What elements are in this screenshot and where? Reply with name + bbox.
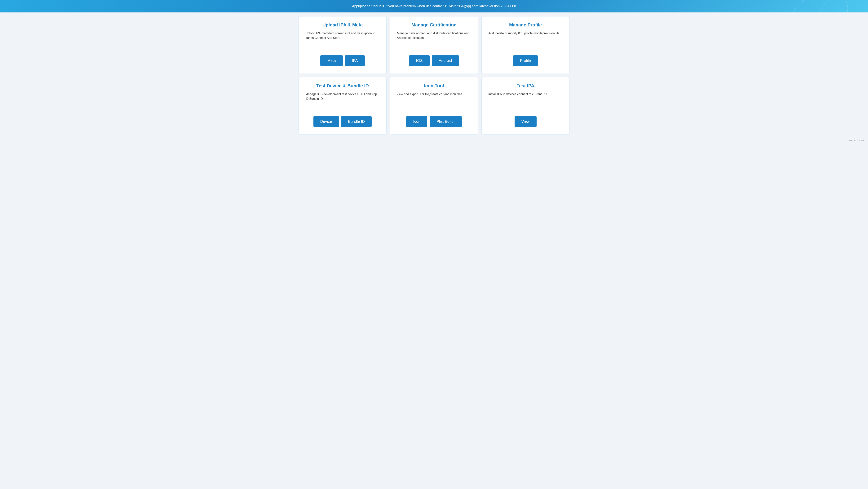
- footer-note: APPUPLOADER: [848, 139, 864, 142]
- card-description-test-device-bundle: Manage IOS development test device UDID …: [305, 92, 380, 111]
- meta-button[interactable]: Meta: [320, 55, 343, 66]
- card-title-test-device-bundle: Test Device & Bundle ID: [305, 83, 380, 88]
- bundle-id-button[interactable]: Bundle ID: [341, 116, 372, 127]
- card-title-icon-tool: Icon Tool: [397, 83, 471, 88]
- main-content: Upload IPA & MetaUpload IPA,metadata,scr…: [295, 12, 573, 139]
- card-test-ipa: Test IPAInstall IPA to devices connect t…: [482, 77, 569, 135]
- card-icon-tool: Icon Toolview and export .car file,creat…: [390, 77, 478, 135]
- card-buttons-upload-ipa-meta: MetaIPA: [305, 55, 380, 66]
- android-button[interactable]: Android: [432, 55, 459, 66]
- card-upload-ipa-meta: Upload IPA & MetaUpload IPA,metadata,scr…: [299, 16, 386, 74]
- card-manage-profile: Manage ProfileAdd ,delete or modify IOS …: [482, 16, 569, 74]
- plist-editor-button[interactable]: Plist Editor: [430, 116, 462, 127]
- card-buttons-icon-tool: IconPlist Editor: [397, 116, 471, 127]
- card-description-icon-tool: view and export .car file,create car and…: [397, 92, 462, 111]
- card-test-device-bundle: Test Device & Bundle IDManage IOS develo…: [299, 77, 386, 135]
- device-button[interactable]: Device: [313, 116, 339, 127]
- card-title-manage-profile: Manage Profile: [488, 22, 563, 28]
- card-title-manage-certification: Manage Certification: [397, 22, 471, 28]
- card-buttons-test-device-bundle: DeviceBundle ID: [305, 116, 380, 127]
- header-text: Appuploader tool 2.0 ,if you have proble…: [352, 4, 516, 8]
- icon-button[interactable]: Icon: [406, 116, 427, 127]
- header: Appuploader tool 2.0 ,if you have proble…: [0, 0, 868, 12]
- card-manage-certification: Manage CertificationManage development a…: [390, 16, 478, 74]
- card-description-upload-ipa-meta: Upload IPA,metadata,screenshot and descr…: [305, 31, 380, 50]
- profile-button[interactable]: Profile: [513, 55, 538, 66]
- card-title-upload-ipa-meta: Upload IPA & Meta: [305, 22, 380, 28]
- card-description-test-ipa: Install IPA to devices connect to curren…: [488, 92, 547, 111]
- card-buttons-manage-profile: Profile: [488, 55, 563, 66]
- view-button[interactable]: View: [515, 116, 536, 127]
- card-description-manage-profile: Add ,delete or modify IOS profile mobile…: [488, 31, 560, 50]
- card-title-test-ipa: Test IPA: [488, 83, 563, 88]
- footer: APPUPLOADER: [0, 139, 868, 143]
- ios-button[interactable]: IOS: [409, 55, 429, 66]
- card-description-manage-certification: Manage development and distribute certif…: [397, 31, 471, 50]
- card-buttons-manage-certification: IOSAndroid: [397, 55, 471, 66]
- card-buttons-test-ipa: View: [488, 116, 563, 127]
- ipa-button[interactable]: IPA: [345, 55, 365, 66]
